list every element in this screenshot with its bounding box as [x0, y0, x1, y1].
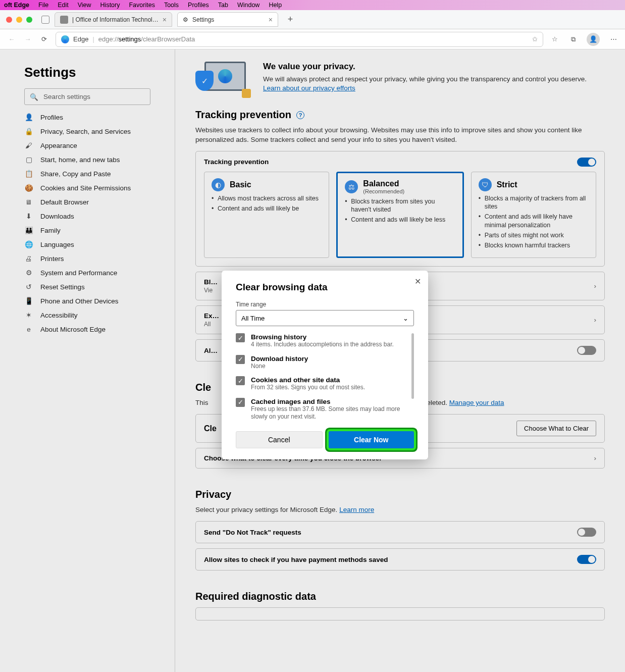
url-input[interactable]: Edge | edge:// settings /clearBrowserDat… [56, 32, 543, 47]
tab-overview-icon[interactable] [41, 16, 49, 24]
menu-tab[interactable]: Tab [218, 2, 228, 9]
sidebar-item-profiles[interactable]: 👤Profiles [24, 110, 150, 124]
sidebar-item-accessibility[interactable]: ✶Accessibility [24, 308, 150, 322]
opt-browsing-history[interactable]: ✓ Browsing history4 items. Includes auto… [236, 333, 414, 349]
privacy-efforts-link[interactable]: Learn about our privacy efforts [263, 84, 355, 92]
sidebar-item-languages[interactable]: 🌐Languages [24, 237, 150, 251]
url-brand: Edge [73, 35, 88, 43]
bullet: Content and ads will likely be less [345, 216, 455, 224]
always-strict-toggle[interactable] [577, 346, 596, 355]
row-title: Cle [204, 424, 217, 433]
privacy-desc: Select your privacy settings for Microso… [195, 506, 339, 513]
close-dialog-icon[interactable]: ✕ [414, 277, 421, 286]
sidebar-item-appearance[interactable]: 🖌Appearance [24, 138, 150, 152]
sidebar-icon: 🍪 [24, 184, 33, 192]
favorites-icon[interactable]: ☆ [550, 35, 559, 44]
reload-button[interactable]: ⟳ [39, 35, 48, 43]
sidebar-icon: 📋 [24, 170, 33, 178]
sidebar-icon: 🌐 [24, 240, 33, 248]
sidebar-item-share-copy-and-paste[interactable]: 📋Share, Copy and Paste [24, 167, 150, 181]
opt-download-history[interactable]: ✓ Download historyNone [236, 355, 414, 371]
opt-cookies[interactable]: ✓ Cookies and other site dataFrom 32 sit… [236, 376, 414, 392]
search-input[interactable]: 🔍 Search settings [24, 88, 150, 105]
sidebar-item-phone-and-other-devices[interactable]: 📱Phone and Other Devices [24, 294, 150, 308]
menu-help[interactable]: Help [269, 2, 282, 9]
choose-what-to-clear-button[interactable]: Choose What to Clear [516, 421, 596, 436]
menu-file[interactable]: File [38, 2, 48, 9]
minimize-window[interactable] [16, 17, 22, 23]
learn-more-link[interactable]: Learn more [339, 506, 374, 513]
favicon-icon [60, 16, 68, 24]
sidebar-title: Settings [24, 65, 150, 80]
new-tab-button[interactable]: + [283, 14, 297, 25]
sidebar-icon: ↺ [24, 283, 33, 291]
menu-window[interactable]: Window [237, 2, 259, 9]
checkbox-icon[interactable]: ✓ [236, 398, 245, 407]
sidebar-item-about-microsoft-edge[interactable]: eAbout Microsoft Edge [24, 322, 150, 336]
star-icon[interactable]: ✩ [532, 35, 538, 43]
tp-card-title: Tracking prevention [204, 158, 269, 166]
cancel-button[interactable]: Cancel [236, 431, 323, 448]
menu-fav[interactable]: Favorites [129, 2, 154, 9]
sidebar-item-cookies-and-site-permissions[interactable]: 🍪Cookies and Site Permissions [24, 181, 150, 195]
sidebar-item-system-and-performance[interactable]: ⚙System and Performance [24, 266, 150, 280]
checkbox-icon[interactable]: ✓ [236, 333, 245, 342]
tab-label: | Office of Information Technol… [72, 16, 159, 23]
app-name[interactable]: oft Edge [4, 2, 29, 9]
level-balanced[interactable]: ⚖Balanced(Recommended) Blocks trackers f… [336, 172, 463, 259]
scrollbar[interactable] [411, 333, 414, 399]
clear-now-button[interactable]: Clear Now [329, 431, 414, 448]
menu-profiles[interactable]: Profiles [188, 2, 209, 9]
bullet: Blocks trackers from sites you haven't v… [345, 197, 455, 214]
bullet: Content and ads will likely be [212, 204, 322, 213]
tracking-toggle[interactable] [577, 158, 596, 167]
profile-avatar[interactable]: 👤 [587, 33, 600, 46]
time-range-select[interactable]: All Time ⌄ [236, 310, 414, 326]
close-tab-icon[interactable]: × [269, 16, 273, 24]
basic-icon: ◐ [212, 178, 225, 191]
dialog-title: Clear browsing data [236, 282, 414, 293]
sidebar-item-reset-settings[interactable]: ↺Reset Settings [24, 280, 150, 294]
sidebar-item-start-home-and-new-tabs[interactable]: ▢Start, home, and new tabs [24, 152, 150, 167]
url-path: /clearBrowserData [141, 35, 195, 43]
sidebar-item-downloads[interactable]: ⬇Downloads [24, 209, 150, 223]
checkbox-icon[interactable]: ✓ [236, 376, 245, 385]
sidebar-icon: 🖥 [24, 198, 33, 206]
menu-view[interactable]: View [78, 2, 91, 9]
opt-sub: 4 items. Includes autocompletions in the… [251, 341, 394, 349]
back-button: ← [7, 35, 16, 43]
level-basic[interactable]: ◐Basic Allows most trackers across all s… [204, 172, 329, 259]
select-value: All Time [241, 315, 265, 322]
diag-row[interactable] [195, 607, 605, 621]
close-tab-icon[interactable]: × [163, 16, 167, 24]
menu-tools[interactable]: Tools [164, 2, 179, 9]
tab-settings[interactable]: ⚙ Settings × [177, 12, 278, 27]
bullet: Allows most trackers across all sites [212, 194, 322, 202]
collections-icon[interactable]: ⧉ [568, 35, 578, 44]
bullet: Content and ads will likely have minimal… [479, 213, 589, 229]
manage-data-link[interactable]: Manage your data [449, 399, 504, 406]
zoom-window[interactable] [26, 17, 32, 23]
menu-edit[interactable]: Edit [58, 2, 69, 9]
row-title: Ex… [204, 312, 219, 320]
tab-office-it[interactable]: | Office of Information Technol… × [55, 12, 172, 27]
sidebar-item-default-browser[interactable]: 🖥Default Browser [24, 195, 150, 209]
opt-sub: None [251, 363, 308, 371]
help-icon[interactable]: ? [296, 111, 304, 119]
opt-cache[interactable]: ✓ Cached images and filesFrees up less t… [236, 398, 414, 421]
sidebar-item-privacy-search-and-services[interactable]: 🔒Privacy, Search, and Services [24, 124, 150, 138]
close-window[interactable] [6, 17, 12, 23]
privacy-banner: ✓ We value your privacy. We will always … [195, 62, 605, 98]
payment-toggle[interactable] [577, 555, 596, 564]
menu-history[interactable]: History [100, 2, 120, 9]
sidebar-item-printers[interactable]: 🖨Printers [24, 251, 150, 266]
dnt-toggle[interactable] [577, 528, 596, 537]
clear-heading: Cle [195, 382, 211, 393]
sidebar-label: Phone and Other Devices [40, 297, 119, 305]
checkbox-icon[interactable]: ✓ [236, 355, 245, 364]
gear-icon: ⚙ [183, 16, 188, 23]
more-icon[interactable]: ⋯ [609, 35, 618, 44]
sidebar-item-family[interactable]: 👪Family [24, 223, 150, 237]
level-strict[interactable]: 🛡Strict Blocks a majority of trackers fr… [471, 172, 596, 259]
clear-desc: This [195, 399, 210, 406]
